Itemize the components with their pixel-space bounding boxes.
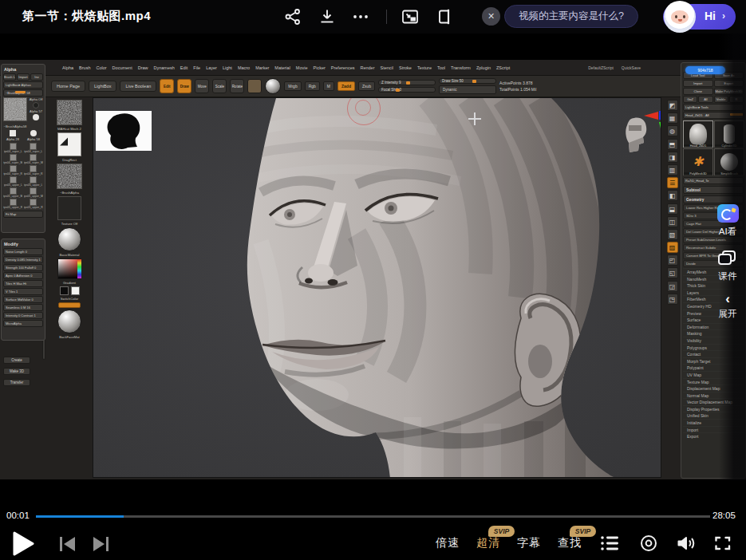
zsub-button[interactable]: Zsub (358, 81, 375, 91)
zbrush-menu-item[interactable]: Marker (255, 65, 269, 70)
alpha-make-button[interactable]: Make 3D (3, 368, 30, 375)
find-button[interactable]: 查找 (558, 536, 582, 550)
modify-slider[interactable]: Strength 100 Falloff 0 (3, 264, 43, 271)
ai-question-pill[interactable]: 视频的主要内容是什么? (504, 5, 638, 28)
alpha-make-button[interactable]: Transfer (3, 379, 30, 386)
fullscreen-icon[interactable] (713, 534, 732, 553)
alpha-off-dot[interactable] (33, 102, 39, 108)
homepage-button[interactable]: Home Page (51, 81, 85, 92)
zbrush-menu-item[interactable]: File (193, 65, 200, 70)
m-button[interactable]: M (323, 81, 334, 91)
zbrush-menu-item[interactable]: Preferences (331, 65, 355, 70)
alpha-slot[interactable]: tps04_super_R (3, 165, 23, 175)
alpha-fit-map[interactable]: Fit Map (3, 211, 43, 218)
share-icon[interactable] (283, 7, 302, 26)
record-target-icon[interactable] (639, 534, 658, 553)
right-shelf-icon[interactable]: ⬓ (667, 203, 678, 215)
current-material-sphere[interactable] (265, 78, 281, 94)
alpha-slot[interactable]: tps05_upper_R (24, 199, 44, 209)
alpha-make-button[interactable]: Create (3, 357, 30, 364)
zbrush-menu-item[interactable]: Layer (206, 65, 217, 70)
modify-slider[interactable]: Density 0.085 Intensity 1 (3, 256, 43, 263)
draw-size-slider[interactable]: Draw Size 50 (439, 78, 496, 84)
right-shelf-icon[interactable]: ◰ (667, 254, 678, 266)
zbrush-menu-item[interactable]: Material (274, 65, 290, 70)
expand-button[interactable]: ‹ 展开 (719, 294, 737, 320)
right-shelf-icon[interactable]: ◱ (667, 267, 678, 278)
tool-thumb-head[interactable]: Head_ZbD5 (683, 120, 713, 148)
alpha-slot[interactable]: tps05_upper_M (3, 187, 23, 198)
ai-watch-button[interactable]: AI看 (717, 204, 739, 238)
previous-button[interactable] (58, 535, 77, 553)
alpha-lightbox-row[interactable]: LightBox►Alphas (3, 81, 43, 89)
right-shelf-icon[interactable]: ◳ (667, 294, 678, 305)
current-brush-thumb[interactable] (247, 79, 262, 93)
alpha-57-dot[interactable] (33, 114, 39, 120)
right-shelf-icon[interactable]: ◨ (667, 152, 678, 163)
close-icon[interactable]: ✕ (482, 7, 500, 26)
alpha-thumb[interactable] (57, 164, 82, 189)
alpha-button[interactable]: Import (17, 73, 30, 81)
right-shelf-icon[interactable]: ▦ (667, 112, 678, 124)
play-button[interactable] (13, 531, 34, 556)
alpha-slot[interactable]: tps04_super_L (24, 143, 44, 153)
lightbox-button[interactable]: LightBox (89, 81, 116, 92)
speed-button[interactable]: 倍速 (436, 536, 460, 550)
zbrush-menu-item[interactable]: ZScript (496, 65, 510, 70)
alpha-button[interactable]: Inv (30, 73, 43, 81)
zbrush-menu-item[interactable]: Zplugin (476, 65, 491, 70)
subtitle-button[interactable]: 字幕 (517, 536, 541, 550)
right-shelf-icon[interactable]: ◧ (667, 190, 678, 201)
zbrush-menu-item[interactable]: Brush (79, 65, 90, 70)
dynamic-toggle[interactable]: Dynamic (439, 85, 496, 94)
zbrush-canvas[interactable] (93, 97, 661, 478)
tool-button[interactable]: Clone (683, 88, 713, 95)
zbrush-default-zscript[interactable]: DefaultZScript (588, 65, 614, 70)
right-shelf-icon[interactable]: ⬒ (667, 139, 678, 150)
tool-button[interactable]: All (698, 96, 712, 103)
draw-mode-button[interactable]: Draw (177, 79, 191, 93)
zbrush-menu-item[interactable]: Color (96, 65, 106, 70)
dock-side-icon[interactable] (436, 7, 455, 26)
mrgb-button[interactable]: Mrgb (284, 81, 301, 91)
color-swatches[interactable] (60, 286, 80, 295)
pip-icon[interactable] (401, 7, 420, 26)
alpha-slider[interactable]: ~BrushAlpha.. 58 (3, 89, 43, 97)
axis-gizmo[interactable] (642, 109, 661, 154)
tool-thumb-polymesh[interactable]: ✱PolyMesh3D (683, 148, 713, 175)
video-frame[interactable]: AlphaBrushColorDocumentDrawDynameshEditF… (0, 34, 746, 508)
modify-slider[interactable]: MicroAlpha (3, 320, 43, 327)
ai-assistant-button[interactable]: Hi › (663, 4, 736, 30)
zbrush-menu-item[interactable]: Render (360, 65, 374, 70)
brush-thumb[interactable] (57, 100, 82, 125)
alpha-slot[interactable]: tps04_super_M (24, 154, 44, 164)
playlist-icon[interactable] (600, 534, 620, 552)
zbrush-menu-item[interactable]: Movie (296, 65, 308, 70)
next-button[interactable] (92, 535, 110, 553)
alpha-slot[interactable]: tps05_upper_R (3, 199, 23, 209)
material-thumb[interactable] (57, 227, 81, 251)
tool-button[interactable]: GoZ (683, 96, 697, 103)
active-color-bar[interactable] (58, 302, 81, 308)
quality-button[interactable]: 超清 (476, 536, 500, 550)
modify-slider[interactable]: Surface MidValue 0 (3, 296, 43, 303)
alpha-57-label[interactable]: Alpha 57 (30, 109, 42, 113)
alpha-off-label[interactable]: Alpha Off (30, 97, 43, 101)
backface-material-thumb[interactable] (57, 310, 81, 333)
right-shelf-icon[interactable]: ▥ (667, 164, 678, 175)
zbrush-menu-item[interactable]: Draw (138, 65, 148, 70)
right-shelf-icon[interactable]: ◍ (667, 125, 678, 136)
volume-icon[interactable] (676, 534, 696, 553)
zbrush-menu-item[interactable]: Macro (238, 65, 250, 70)
more-icon[interactable] (351, 6, 370, 26)
zbrush-quicksave[interactable]: QuickSave (622, 65, 641, 70)
alpha-slot[interactable]: tps05_upper_M (24, 187, 44, 198)
zadd-button[interactable]: Zadd (337, 81, 355, 91)
zbrush-menu-item[interactable]: Texture (417, 65, 432, 70)
stroke-thumb[interactable] (57, 132, 81, 156)
download-icon[interactable] (318, 7, 337, 26)
zbrush-menu-item[interactable]: Picker (314, 65, 326, 70)
color-picker[interactable] (57, 258, 81, 279)
alpha-58-dot[interactable] (30, 130, 37, 136)
right-shelf-icon[interactable]: ☰ (667, 177, 678, 188)
